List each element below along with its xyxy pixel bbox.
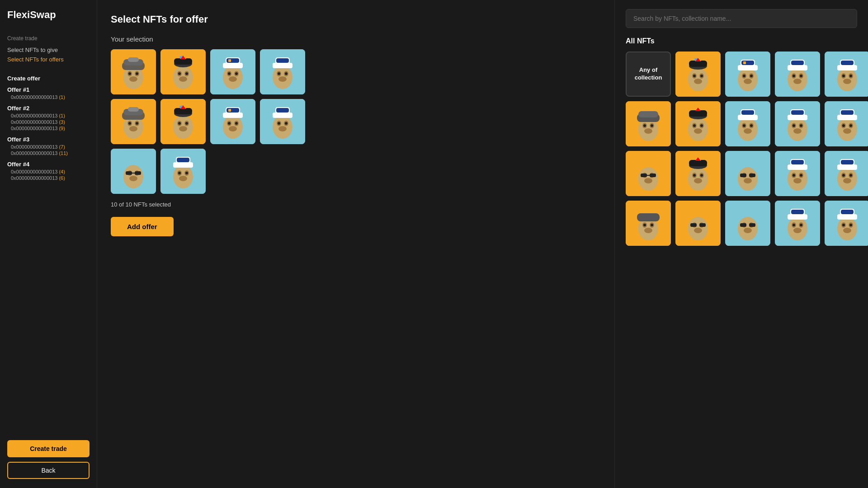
- svg-rect-138: [743, 61, 746, 64]
- svg-point-90: [278, 126, 287, 131]
- offer-3-item-2[interactable]: 0x000000000000013 (11): [7, 150, 90, 156]
- svg-point-54: [129, 126, 137, 131]
- svg-point-52: [128, 122, 131, 125]
- selection-count: 10 of 10 NFTs selected: [111, 201, 601, 208]
- selected-nft-1[interactable]: [111, 49, 156, 94]
- svg-rect-167: [638, 111, 658, 117]
- svg-point-78: [229, 126, 237, 131]
- all-nft-4[interactable]: [825, 52, 868, 97]
- offer-3-label: Offer #3: [7, 136, 90, 143]
- offer-1-item-1[interactable]: 0x000000000000013 (1): [7, 94, 90, 100]
- svg-point-18: [179, 76, 187, 82]
- all-nft-1[interactable]: [675, 52, 721, 97]
- svg-point-111: [185, 172, 188, 174]
- all-nft-6[interactable]: [675, 101, 721, 146]
- offer-4-item-1[interactable]: 0x000000000000013 (4): [7, 169, 90, 175]
- all-nft-2[interactable]: [725, 52, 770, 97]
- svg-point-7: [129, 76, 137, 82]
- svg-rect-67: [174, 108, 192, 114]
- any-collection-card[interactable]: Any of collection: [626, 52, 671, 97]
- svg-point-17: [185, 72, 188, 75]
- svg-rect-148: [791, 61, 804, 65]
- svg-rect-103: [135, 171, 141, 175]
- all-nft-10[interactable]: [626, 151, 671, 196]
- svg-point-63: [178, 122, 181, 125]
- all-nft-15[interactable]: [626, 201, 671, 246]
- all-nft-14[interactable]: [825, 151, 868, 196]
- svg-point-165: [644, 128, 652, 134]
- sidebar-item-select-offers[interactable]: Select NFTs for offers: [7, 55, 90, 64]
- search-input[interactable]: [626, 9, 857, 28]
- create-trade-button[interactable]: Create trade: [7, 440, 90, 457]
- all-nft-12[interactable]: [725, 151, 770, 196]
- offer-2-item-1[interactable]: 0x000000000000013 (1): [7, 113, 90, 119]
- svg-rect-46: [276, 58, 289, 63]
- svg-rect-115: [177, 158, 189, 162]
- selected-nft-8[interactable]: [260, 99, 305, 144]
- svg-point-29: [228, 72, 231, 75]
- svg-point-262: [643, 224, 646, 226]
- svg-point-203: [849, 124, 852, 127]
- offer-3-item-1[interactable]: 0x000000000000013 (7): [7, 144, 90, 150]
- all-nft-8[interactable]: [775, 101, 820, 146]
- back-button[interactable]: Back: [7, 462, 90, 479]
- selected-nft-2[interactable]: [160, 49, 206, 94]
- all-nft-11[interactable]: [675, 151, 721, 196]
- all-nft-18[interactable]: [775, 201, 820, 246]
- add-offer-button[interactable]: Add offer: [111, 217, 174, 236]
- svg-point-214: [644, 178, 652, 183]
- selected-nft-3[interactable]: [210, 49, 255, 94]
- offer-1-label: Offer #1: [7, 86, 90, 93]
- logo: FlexiSwap: [7, 9, 90, 21]
- offer-2-item-2[interactable]: 0x000000000000013 (3): [7, 119, 90, 125]
- all-nft-3[interactable]: [775, 52, 820, 97]
- svg-point-64: [185, 122, 188, 125]
- svg-point-289: [800, 224, 802, 226]
- sidebar-item-select-give[interactable]: Select NFTs to give: [7, 45, 90, 55]
- svg-point-183: [750, 124, 753, 127]
- svg-rect-35: [228, 59, 231, 62]
- svg-rect-247: [791, 160, 804, 164]
- svg-rect-207: [841, 110, 854, 115]
- all-nft-9[interactable]: [825, 101, 868, 146]
- all-nft-19[interactable]: [825, 201, 868, 246]
- svg-point-300: [843, 228, 851, 233]
- svg-point-132: [743, 75, 745, 77]
- all-nft-13[interactable]: [775, 151, 820, 196]
- all-nft-7[interactable]: [725, 101, 770, 146]
- svg-rect-82: [228, 109, 231, 112]
- svg-rect-283: [749, 223, 755, 227]
- svg-point-173: [700, 124, 703, 127]
- svg-rect-257: [841, 160, 854, 164]
- all-nft-5[interactable]: [626, 101, 671, 146]
- svg-point-182: [743, 124, 745, 127]
- svg-rect-10: [128, 57, 139, 62]
- selected-nft-6[interactable]: [160, 99, 206, 144]
- svg-rect-265: [637, 213, 660, 221]
- svg-point-143: [793, 75, 795, 77]
- sidebar: FlexiSwap Create trade Select NFTs to gi…: [0, 0, 97, 488]
- svg-rect-187: [741, 110, 754, 115]
- all-nft-16[interactable]: [675, 201, 721, 246]
- selected-nft-5[interactable]: [111, 99, 156, 144]
- create-trade-label: Create trade: [7, 35, 90, 42]
- svg-rect-215: [641, 174, 647, 177]
- svg-point-76: [228, 122, 231, 125]
- selected-nft-10[interactable]: [160, 149, 206, 194]
- svg-point-235: [744, 178, 752, 183]
- svg-point-254: [843, 178, 851, 183]
- all-nft-17[interactable]: [725, 201, 770, 246]
- svg-point-65: [179, 126, 187, 131]
- offer-4-item-2[interactable]: 0x000000000000013 (6): [7, 175, 90, 181]
- selected-nft-9[interactable]: [111, 149, 156, 194]
- selected-nft-7[interactable]: [210, 99, 255, 144]
- offer-2-item-3[interactable]: 0x000000000000013 (9): [7, 125, 90, 131]
- selected-nft-4[interactable]: [260, 49, 305, 94]
- all-nft-grid: Any of collection: [626, 52, 857, 246]
- svg-point-133: [750, 75, 753, 77]
- svg-point-89: [285, 122, 288, 125]
- svg-point-6: [136, 72, 138, 75]
- svg-point-144: [800, 75, 802, 77]
- svg-point-30: [235, 72, 238, 75]
- svg-point-244: [793, 178, 802, 183]
